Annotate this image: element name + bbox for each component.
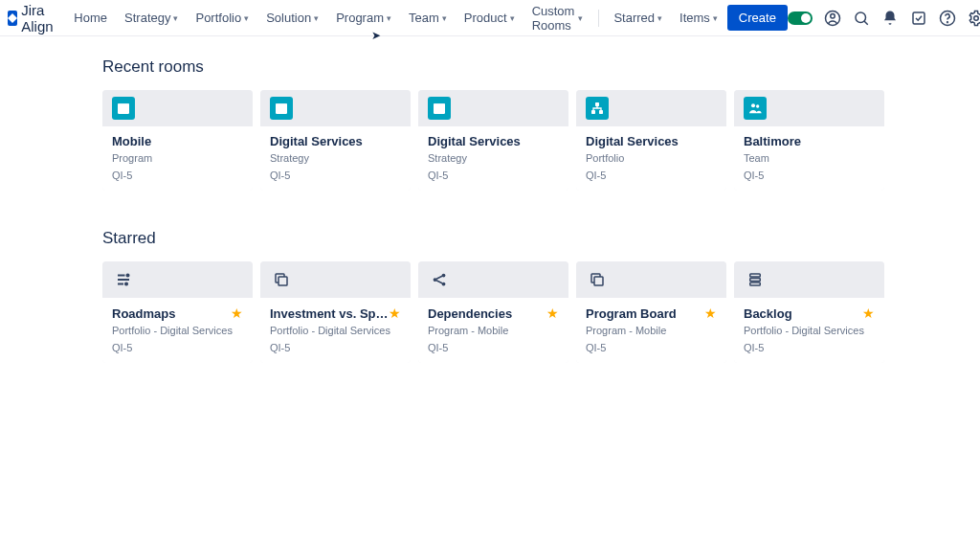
card-subtitle: Program - Mobile xyxy=(428,325,559,336)
nav-portfolio-label: Portfolio xyxy=(195,11,241,25)
nav-team[interactable]: Team▾ xyxy=(401,5,455,31)
chevron-down-icon: ▾ xyxy=(314,13,319,23)
card-title: Mobile xyxy=(112,134,151,148)
card-subtitle: Portfolio - Digital Services xyxy=(270,325,401,336)
star-icon[interactable]: ★ xyxy=(389,305,401,321)
nav-starred-label: Starred xyxy=(613,11,655,25)
chevron-down-icon: ▾ xyxy=(578,13,583,23)
card-meta: QI-5 xyxy=(270,170,401,181)
card-header xyxy=(734,90,884,126)
svg-point-1 xyxy=(831,13,835,18)
nav-strategy[interactable]: Strategy▾ xyxy=(117,5,186,31)
card-meta: QI-5 xyxy=(270,342,401,353)
starred-card[interactable]: Roadmaps★Portfolio - Digital ServicesQI-… xyxy=(102,261,253,363)
recent-card[interactable]: Digital ServicesPortfolioQI-5 xyxy=(576,90,726,191)
card-body: BaltimoreTeamQI-5 xyxy=(734,126,884,191)
card-title: Program Board xyxy=(586,306,677,321)
svg-point-6 xyxy=(974,15,979,20)
svg-rect-24 xyxy=(594,277,603,285)
star-icon[interactable]: ★ xyxy=(546,305,559,321)
card-header xyxy=(418,90,568,126)
card-title: Digital Services xyxy=(586,134,679,148)
account-icon[interactable] xyxy=(824,10,841,27)
svg-rect-3 xyxy=(913,12,924,24)
backlog-icon xyxy=(744,268,767,291)
card-body: Digital ServicesPortfolioQI-5 xyxy=(576,126,726,191)
starred-card[interactable]: Dependencies★Program - MobileQI-5 xyxy=(418,261,568,363)
card-body: Digital ServicesStrategyQI-5 xyxy=(418,126,568,191)
star-icon[interactable]: ★ xyxy=(231,305,243,321)
card-header xyxy=(734,261,884,298)
nav-solution-label: Solution xyxy=(266,11,311,25)
nav-portfolio[interactable]: Portfolio▾ xyxy=(188,5,256,31)
svg-point-17 xyxy=(756,104,759,107)
nav-items[interactable]: Items▾ xyxy=(672,5,725,31)
nav-custom-rooms[interactable]: Custom Rooms▾ xyxy=(524,0,590,38)
nav-product[interactable]: Product▾ xyxy=(457,5,523,31)
chevron-down-icon: ▾ xyxy=(173,13,178,23)
card-body: Program Board★Program - MobileQI-5 xyxy=(576,298,726,363)
tasks-icon[interactable] xyxy=(910,10,927,27)
svg-point-19 xyxy=(125,283,127,284)
starred-card[interactable]: Backlog★Portfolio - Digital ServicesQI-5 xyxy=(734,261,884,363)
star-icon[interactable]: ★ xyxy=(704,305,717,321)
recent-card[interactable]: MobileProgramQI-5 xyxy=(102,90,253,191)
nav-right xyxy=(788,10,980,27)
svg-point-5 xyxy=(947,21,947,22)
chevron-down-icon: ▾ xyxy=(657,13,662,23)
card-header xyxy=(418,261,568,298)
svg-rect-27 xyxy=(750,283,761,285)
calendar-icon xyxy=(112,97,135,120)
nav-home[interactable]: Home xyxy=(66,5,115,31)
copy-icon xyxy=(586,268,609,291)
toggle-switch[interactable] xyxy=(788,11,813,25)
card-title: Digital Services xyxy=(270,134,363,148)
card-header xyxy=(576,261,726,298)
svg-point-18 xyxy=(126,274,128,276)
recent-card[interactable]: BaltimoreTeamQI-5 xyxy=(734,90,884,191)
nav-home-label: Home xyxy=(74,11,107,25)
nav-items-label: Items xyxy=(679,11,710,25)
card-meta: QI-5 xyxy=(586,342,717,353)
chevron-down-icon: ▾ xyxy=(244,13,249,23)
svg-rect-10 xyxy=(276,103,287,106)
card-title: Roadmaps xyxy=(112,306,175,321)
svg-rect-26 xyxy=(750,279,761,282)
star-icon[interactable]: ★ xyxy=(862,305,875,321)
svg-rect-20 xyxy=(278,277,287,285)
card-header xyxy=(260,90,411,126)
nav-program[interactable]: Program▾ xyxy=(328,5,399,31)
nav-product-label: Product xyxy=(464,11,507,25)
hierarchy-icon xyxy=(586,97,609,120)
recent-card[interactable]: Digital ServicesStrategyQI-5 xyxy=(260,90,411,191)
recent-card[interactable]: Digital ServicesStrategyQI-5 xyxy=(418,90,568,191)
chevron-down-icon: ▾ xyxy=(387,13,391,23)
card-subtitle: Program - Mobile xyxy=(586,325,717,336)
settings-icon[interactable] xyxy=(968,10,980,27)
search-icon[interactable] xyxy=(853,10,870,27)
starred-card[interactable]: Program Board★Program - MobileQI-5 xyxy=(576,261,726,363)
nav-team-label: Team xyxy=(409,11,439,25)
nav-starred[interactable]: Starred▾ xyxy=(606,5,670,31)
card-meta: QI-5 xyxy=(112,342,243,353)
help-icon[interactable] xyxy=(939,10,956,27)
card-subtitle: Portfolio - Digital Services xyxy=(744,325,875,336)
nav-custom-rooms-label: Custom Rooms xyxy=(532,4,575,33)
chevron-down-icon: ▾ xyxy=(442,13,447,23)
nav-solution[interactable]: Solution▾ xyxy=(258,5,326,31)
card-header xyxy=(102,261,253,298)
card-title: Backlog xyxy=(744,306,792,321)
card-body: Roadmaps★Portfolio - Digital ServicesQI-… xyxy=(102,298,253,363)
brand[interactable]: Jira Align xyxy=(8,2,58,34)
card-meta: QI-5 xyxy=(744,342,875,353)
roadmap-icon xyxy=(112,268,135,291)
card-body: MobileProgramQI-5 xyxy=(102,126,253,191)
svg-rect-12 xyxy=(434,103,445,106)
create-button[interactable]: Create xyxy=(727,5,788,31)
card-body: Investment vs. Spend★Portfolio - Digital… xyxy=(260,298,411,363)
notifications-icon[interactable] xyxy=(881,10,899,27)
svg-rect-8 xyxy=(118,103,129,106)
card-title: Baltimore xyxy=(744,134,801,148)
starred-card[interactable]: Investment vs. Spend★Portfolio - Digital… xyxy=(260,261,411,363)
nav-separator xyxy=(598,10,599,27)
